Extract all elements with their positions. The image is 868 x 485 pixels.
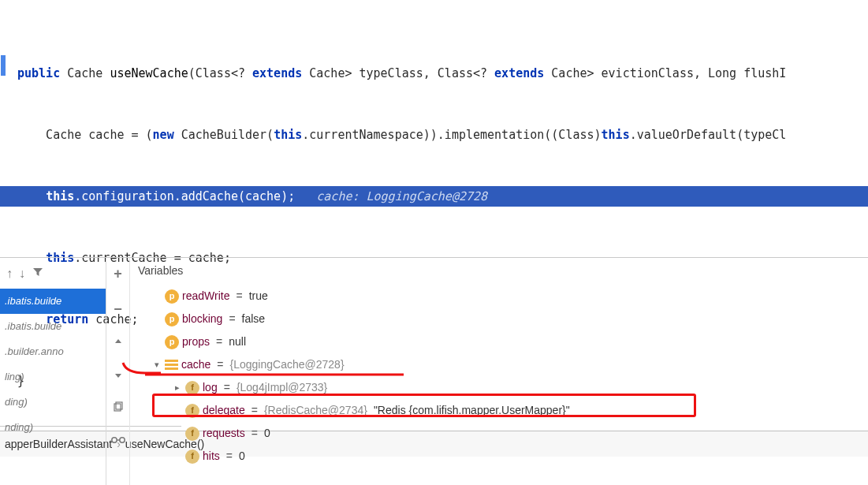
- glasses-icon[interactable]: [110, 435, 126, 446]
- code-line: Cache cache = (new CacheBuilder(this.cur…: [0, 125, 868, 145]
- field-badge-icon: f: [185, 450, 199, 464]
- frame-item[interactable]: nding): [0, 415, 106, 440]
- frame-item[interactable]: ling): [0, 364, 106, 390]
- annotation-box: [152, 394, 696, 417]
- field-badge-icon: f: [185, 381, 199, 395]
- copy-icon[interactable]: [112, 401, 124, 416]
- equals-sign: =: [229, 308, 235, 330]
- frame-down-icon[interactable]: ↓: [19, 267, 25, 281]
- frames-column: ↑ ↓ .ibatis.builde .ibatis.builde .build…: [0, 258, 106, 485]
- frame-item[interactable]: .builder.anno: [0, 339, 106, 364]
- var-name: requests: [203, 422, 245, 445]
- parameter-badge-icon: p: [165, 289, 179, 304]
- parameter-badge-icon: p: [165, 335, 179, 349]
- var-value: true: [249, 285, 268, 308]
- frames-toolbar: ↑ ↓: [0, 258, 106, 289]
- variable-row[interactable]: p readWrite = true: [133, 285, 868, 308]
- equals-sign: =: [236, 285, 242, 308]
- frames-list[interactable]: .ibatis.builde .ibatis.builde .builder.a…: [0, 289, 106, 440]
- svg-rect-9: [116, 402, 122, 409]
- frame-up-icon[interactable]: ↑: [6, 267, 13, 281]
- var-name: readWrite: [182, 285, 229, 308]
- var-name: hits: [203, 445, 220, 468]
- variable-row[interactable]: f hits = 0: [133, 445, 868, 468]
- field-badge-icon: f: [185, 427, 199, 441]
- equals-sign: =: [216, 330, 222, 353]
- frame-item[interactable]: .ibatis.builde: [0, 314, 106, 339]
- var-name: blocking: [182, 308, 222, 330]
- variable-row[interactable]: p props = null: [133, 330, 868, 353]
- variables-header: Variables: [130, 258, 868, 282]
- equals-sign: =: [251, 422, 258, 445]
- frame-item[interactable]: ding): [0, 390, 106, 415]
- frame-item[interactable]: .ibatis.builde: [0, 289, 106, 314]
- remove-watch-icon[interactable]: −: [114, 301, 122, 318]
- var-value: 0: [264, 422, 270, 445]
- code-line-current: this.configuration.addCache(cache); cach…: [0, 186, 868, 207]
- variable-row[interactable]: p blocking = false: [133, 308, 868, 330]
- filter-icon[interactable]: [32, 266, 44, 281]
- up-arrow-icon[interactable]: [113, 337, 124, 350]
- var-name: props: [182, 330, 210, 353]
- variable-row[interactable]: f requests = 0: [133, 422, 868, 445]
- annotation-underline: [120, 362, 404, 378]
- svg-rect-8: [114, 404, 121, 411]
- equals-sign: =: [226, 445, 233, 468]
- svg-point-10: [111, 438, 116, 442]
- var-value: null: [229, 330, 246, 353]
- svg-point-11: [119, 438, 124, 442]
- parameter-badge-icon: p: [165, 312, 179, 326]
- add-watch-icon[interactable]: +: [114, 266, 122, 282]
- var-value: false: [242, 308, 266, 330]
- breakpoint-marker: [1, 55, 6, 76]
- var-value: 0: [239, 445, 245, 468]
- code-line: public Cache useNewCache(Class<? extends…: [0, 63, 868, 84]
